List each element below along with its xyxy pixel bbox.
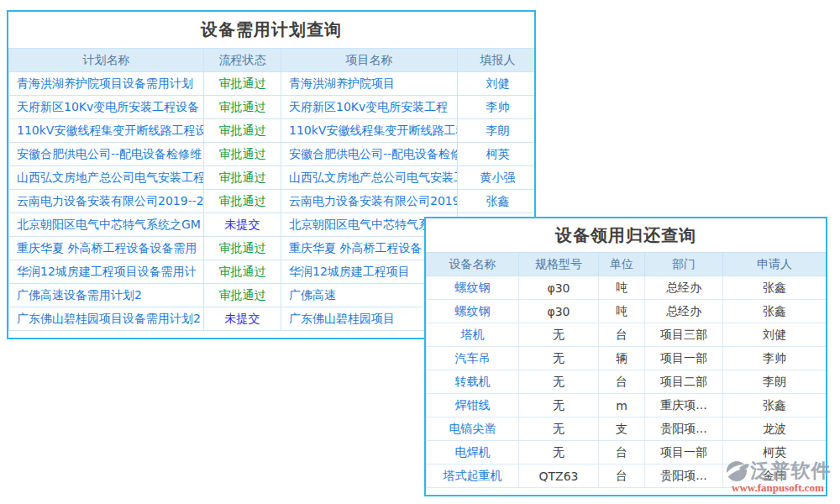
- table-row: 焊钳线无m重庆项...张鑫: [427, 394, 827, 417]
- flow-status-text: 审批通过: [204, 119, 281, 143]
- unit-text: 辆: [599, 347, 645, 370]
- applicant-name: 李帅: [723, 347, 827, 370]
- model-text: 无: [519, 417, 599, 441]
- device-name-link[interactable]: 塔机: [427, 323, 519, 347]
- flow-status-text: 未提交: [204, 213, 281, 237]
- device-name-link[interactable]: 转载机: [427, 370, 519, 394]
- table-row: 塔式起重机QTZ63台贵阳项...金伟: [427, 465, 827, 488]
- applicant-name: 张鑫: [723, 300, 827, 323]
- device-name-link[interactable]: 塔式起重机: [427, 465, 519, 488]
- applicant-name: 张鑫: [723, 276, 827, 300]
- project-name-link[interactable]: 天府新区10Kv变电所安装工程: [281, 96, 458, 119]
- device-name-link[interactable]: 电镐尖凿: [427, 417, 519, 441]
- column-header-department: 部门: [645, 253, 723, 276]
- unit-text: 台: [599, 370, 645, 394]
- flow-status-text: 未提交: [204, 307, 281, 331]
- applicant-name: 金伟: [723, 465, 827, 488]
- device-name-link[interactable]: 汽车吊: [427, 347, 519, 370]
- unit-text: m: [599, 394, 645, 417]
- flow-status-text: 审批通过: [204, 190, 281, 213]
- column-header-reporter: 填报人: [458, 49, 537, 72]
- reporter-name-link[interactable]: 李帅: [458, 96, 537, 119]
- plan-name-link[interactable]: 110kV安徽线程集变开断线路工程设: [9, 119, 204, 143]
- plan-name-link[interactable]: 安徽合肥供电公司--配电设备检修维: [9, 143, 204, 166]
- reporter-name-link[interactable]: 刘健: [458, 72, 537, 96]
- department-text: 贵阳项...: [645, 465, 723, 488]
- applicant-name: 李朗: [723, 370, 827, 394]
- reporter-name-link[interactable]: 张鑫: [458, 190, 537, 213]
- model-text: QTZ63: [519, 465, 599, 488]
- column-header-project-name: 项目名称: [281, 49, 458, 72]
- project-name-link[interactable]: 110kV安徽线程集变开断线路工程: [281, 119, 458, 143]
- unit-text: 台: [599, 465, 645, 488]
- model-text: 无: [519, 441, 599, 465]
- model-text: 无: [519, 323, 599, 347]
- borrow-return-window-title: 设备领用归还查询: [426, 218, 826, 252]
- reporter-name-link[interactable]: 李朗: [458, 119, 537, 143]
- column-header-unit: 单位: [599, 253, 645, 276]
- equipment-borrow-return-window: 设备领用归还查询 设备名称 规格型号 单位 部门 申请人 螺纹钢φ30吨总经办张…: [424, 217, 827, 496]
- unit-text: 台: [599, 441, 645, 465]
- department-text: 项目一部: [645, 347, 723, 370]
- device-name-link[interactable]: 焊钳线: [427, 394, 519, 417]
- model-text: 无: [519, 394, 599, 417]
- project-name-link[interactable]: 青海洪湖养护院项目: [281, 72, 458, 96]
- plan-name-link[interactable]: 云南电力设备安装有限公司2019--2: [9, 190, 204, 213]
- department-text: 项目二部: [645, 370, 723, 394]
- applicant-name: 龙波: [723, 417, 827, 441]
- department-text: 重庆项...: [645, 394, 723, 417]
- model-text: 无: [519, 347, 599, 370]
- flow-status-text: 审批通过: [204, 237, 281, 260]
- table-row: 天府新区10Kv变电所安装工程设备审批通过天府新区10Kv变电所安装工程李帅: [9, 96, 537, 119]
- project-name-link[interactable]: 云南电力设备安装有限公司2019--2: [281, 190, 458, 213]
- table-row: 安徽合肥供电公司--配电设备检修维审批通过安徽合肥供电公司--配电设备检修维柯英: [9, 143, 537, 166]
- unit-text: 吨: [599, 276, 645, 300]
- column-header-model: 规格型号: [519, 253, 599, 276]
- unit-text: 台: [599, 323, 645, 347]
- borrow-return-table-body: 螺纹钢φ30吨总经办张鑫螺纹钢φ30吨总经办张鑫塔机无台项目三部刘健汽车吊无辆项…: [427, 276, 827, 488]
- applicant-name: 柯英: [723, 441, 827, 465]
- device-name-link[interactable]: 螺纹钢: [427, 276, 519, 300]
- department-text: 项目三部: [645, 323, 723, 347]
- plan-name-link[interactable]: 青海洪湖养护院项目设备需用计划: [9, 72, 204, 96]
- model-text: φ30: [519, 300, 599, 323]
- unit-text: 支: [599, 417, 645, 441]
- flow-status-text: 审批通过: [204, 166, 281, 190]
- column-header-plan-name: 计划名称: [9, 49, 204, 72]
- unit-text: 吨: [599, 300, 645, 323]
- department-text: 贵阳项...: [645, 417, 723, 441]
- table-row: 电镐尖凿无支贵阳项...龙波: [427, 417, 827, 441]
- plan-name-link[interactable]: 广东佛山碧桂园项目设备需用计划2: [9, 307, 204, 331]
- flow-status-text: 审批通过: [204, 72, 281, 96]
- flow-status-text: 审批通过: [204, 260, 281, 284]
- applicant-name: 刘健: [723, 323, 827, 347]
- device-name-link[interactable]: 螺纹钢: [427, 300, 519, 323]
- table-row: 汽车吊无辆项目一部李帅: [427, 347, 827, 370]
- device-name-link[interactable]: 电焊机: [427, 441, 519, 465]
- column-header-flow-status: 流程状态: [204, 49, 281, 72]
- project-name-link[interactable]: 安徽合肥供电公司--配电设备检修维: [281, 143, 458, 166]
- plan-name-link[interactable]: 广佛高速设备需用计划2: [9, 284, 204, 307]
- plan-name-link[interactable]: 天府新区10Kv变电所安装工程设备: [9, 96, 204, 119]
- plan-name-link[interactable]: 重庆华夏 外高桥工程设备设备需用: [9, 237, 204, 260]
- model-text: φ30: [519, 276, 599, 300]
- table-row: 螺纹钢φ30吨总经办张鑫: [427, 300, 827, 323]
- plan-name-link[interactable]: 北京朝阳区电气中芯特气系统之GM: [9, 213, 204, 237]
- plan-name-link[interactable]: 华润12城房建工程项目设备需用计: [9, 260, 204, 284]
- table-row: 山西弘文房地产总公司电气安装工程审批通过山西弘文房地产总公司电气安装工黄小强: [9, 166, 537, 190]
- demand-plan-header-row: 计划名称 流程状态 项目名称 填报人: [9, 49, 537, 72]
- plan-name-link[interactable]: 山西弘文房地产总公司电气安装工程: [9, 166, 204, 190]
- project-name-link[interactable]: 山西弘文房地产总公司电气安装工: [281, 166, 458, 190]
- table-row: 青海洪湖养护院项目设备需用计划审批通过青海洪湖养护院项目刘健: [9, 72, 537, 96]
- flow-status-text: 审批通过: [204, 143, 281, 166]
- demand-plan-window-title: 设备需用计划查询: [8, 12, 534, 48]
- flow-status-text: 审批通过: [204, 96, 281, 119]
- model-text: 无: [519, 370, 599, 394]
- table-row: 塔机无台项目三部刘健: [427, 323, 827, 347]
- department-text: 总经办: [645, 276, 723, 300]
- table-row: 电焊机无台项目一部柯英: [427, 441, 827, 465]
- table-row: 110kV安徽线程集变开断线路工程设审批通过110kV安徽线程集变开断线路工程李…: [9, 119, 537, 143]
- reporter-name-link[interactable]: 黄小强: [458, 166, 537, 190]
- table-row: 螺纹钢φ30吨总经办张鑫: [427, 276, 827, 300]
- reporter-name-link[interactable]: 柯英: [458, 143, 537, 166]
